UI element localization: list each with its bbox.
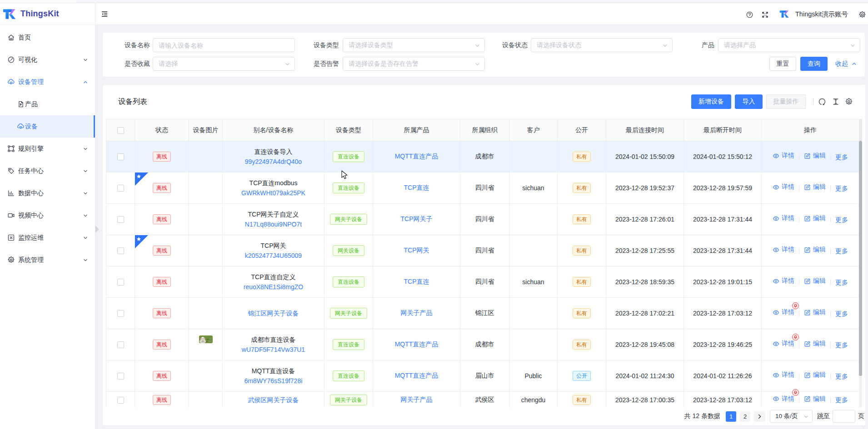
product-link[interactable]: MQTT直连产品 bbox=[395, 340, 439, 348]
row-checkbox[interactable] bbox=[117, 153, 124, 160]
row-checkbox[interactable] bbox=[117, 397, 124, 404]
device-name-link[interactable]: k2052477J4U65009 bbox=[223, 251, 324, 261]
row-checkbox[interactable] bbox=[117, 247, 124, 254]
edit-link[interactable]: 编辑 bbox=[804, 308, 826, 316]
column-setting-icon[interactable] bbox=[845, 98, 853, 106]
thingskit-logo-icon bbox=[3, 9, 18, 20]
favorite-select[interactable]: 请选择 bbox=[153, 57, 295, 71]
device-name-link[interactable]: reuoX8NE1Si8mgZO bbox=[223, 282, 324, 292]
settings-gear-icon[interactable] bbox=[858, 11, 866, 19]
edit-link[interactable]: 编辑 bbox=[804, 395, 826, 403]
detail-link[interactable]: 详情 bbox=[773, 246, 794, 254]
detail-link[interactable]: 详情 bbox=[773, 395, 794, 403]
device-type-select[interactable]: 请选择设备类型 bbox=[343, 38, 485, 52]
account-avatar[interactable] bbox=[779, 10, 790, 19]
detail-link[interactable]: 详情 bbox=[773, 371, 794, 379]
product-link[interactable]: MQTT直连产品 bbox=[395, 153, 439, 160]
collapse-filters-link[interactable]: 收起 bbox=[835, 57, 857, 71]
cell-visibility: 私有 bbox=[558, 173, 606, 204]
reset-button[interactable]: 重置 bbox=[769, 57, 796, 71]
sidebar-item-device[interactable]: 设备 bbox=[0, 115, 95, 138]
device-name-link[interactable]: 锦江区网关子设备 bbox=[223, 308, 324, 318]
more-link[interactable]: 更多 bbox=[835, 279, 848, 287]
edit-link[interactable]: 编辑 bbox=[804, 371, 826, 379]
sidebar-item-monitor-ops[interactable]: 监控运维 bbox=[0, 227, 95, 249]
more-link[interactable]: 更多 bbox=[835, 373, 848, 381]
import-button[interactable]: 导入 bbox=[735, 94, 763, 109]
account-name[interactable]: Thingskit演示账号 bbox=[795, 3, 848, 25]
product-link[interactable]: MQTT直连产品 bbox=[395, 372, 439, 379]
device-name-link[interactable]: N17Lq88oui9NPO7t bbox=[223, 219, 324, 229]
more-link[interactable]: 更多 bbox=[835, 341, 848, 350]
row-checkbox[interactable] bbox=[117, 373, 124, 380]
help-icon[interactable] bbox=[746, 11, 753, 19]
sidebar-item-video-center[interactable]: 视频中心 bbox=[0, 204, 95, 227]
product-link[interactable]: TCP直连 bbox=[404, 278, 429, 285]
scrollbar-thumb[interactable] bbox=[859, 141, 862, 376]
more-link[interactable]: 更多 bbox=[835, 396, 848, 404]
device-name-link[interactable]: 6m8WY76sS19f728i bbox=[223, 376, 324, 386]
sidebar-item-product[interactable]: 产品 bbox=[0, 93, 95, 115]
select-all-checkbox[interactable] bbox=[117, 127, 124, 134]
device-status-select[interactable]: 请选择设备状态 bbox=[531, 38, 673, 52]
query-button[interactable]: 查询 bbox=[800, 57, 828, 71]
device-management-page: { "colors": { "primary": "#377DFF", "pag… bbox=[0, 0, 868, 429]
product-link[interactable]: 网关子产品 bbox=[401, 396, 433, 403]
detail-link[interactable]: 详情 bbox=[773, 183, 794, 191]
edit-link[interactable]: 编辑 bbox=[804, 277, 826, 285]
row-checkbox[interactable] bbox=[117, 279, 124, 286]
device-photo[interactable] bbox=[199, 335, 213, 343]
detail-link[interactable]: 详情 bbox=[773, 308, 794, 316]
sidebar-item-home[interactable]: 首页 bbox=[0, 26, 95, 49]
row-checkbox[interactable] bbox=[117, 185, 124, 192]
more-link[interactable]: 更多 bbox=[835, 247, 848, 256]
batch-operation-button[interactable]: 批量操作 bbox=[766, 94, 806, 109]
sidebar-item-system-management[interactable]: 系统管理 bbox=[0, 249, 95, 271]
menu-fold-button[interactable] bbox=[96, 7, 113, 21]
device-name-link[interactable]: 99y22497A4drQ40o bbox=[223, 157, 324, 167]
edit-link[interactable]: 编辑 bbox=[804, 340, 826, 348]
page-button-2[interactable]: 2 bbox=[740, 411, 750, 422]
font-size-icon[interactable] bbox=[832, 98, 840, 106]
edit-link[interactable]: 编辑 bbox=[804, 152, 826, 160]
detail-link[interactable]: 详情 bbox=[773, 340, 794, 348]
detail-link[interactable]: 详情 bbox=[773, 214, 794, 222]
device-name-link[interactable]: wU7DF5F714Vw37U1 bbox=[223, 345, 324, 355]
detail-link[interactable]: 详情 bbox=[773, 152, 794, 160]
add-device-button[interactable]: 新增设备 bbox=[691, 94, 731, 109]
more-link[interactable]: 更多 bbox=[835, 153, 848, 162]
row-checkbox[interactable] bbox=[117, 341, 124, 348]
device-name-input[interactable] bbox=[153, 39, 294, 52]
edit-link[interactable]: 编辑 bbox=[804, 183, 826, 191]
refresh-icon[interactable] bbox=[818, 98, 826, 106]
sidebar-item-visualization[interactable]: 可视化 bbox=[0, 49, 95, 71]
page-button-1[interactable]: 1 bbox=[726, 411, 736, 422]
more-link[interactable]: 更多 bbox=[835, 310, 848, 318]
edit-link[interactable]: 编辑 bbox=[804, 246, 826, 254]
product-link[interactable]: 网关子产品 bbox=[401, 309, 433, 316]
product-link[interactable]: TCP直连 bbox=[404, 184, 429, 191]
sidebar-resize-handle-icon[interactable] bbox=[95, 226, 99, 233]
sidebar-item-task-center[interactable]: 任务中心 bbox=[0, 160, 95, 182]
product-link[interactable]: TCP网关子 bbox=[401, 215, 433, 222]
more-link[interactable]: 更多 bbox=[835, 216, 848, 224]
jump-page-input[interactable] bbox=[833, 410, 855, 423]
detail-link[interactable]: 详情 bbox=[773, 277, 794, 285]
alarm-select[interactable]: 请选择设备是否存在告警 bbox=[343, 57, 485, 71]
fullscreen-icon[interactable] bbox=[761, 11, 769, 19]
page-size-select[interactable]: 10 条/页 bbox=[770, 410, 813, 423]
sidebar-item-device-management[interactable]: 设备管理 bbox=[0, 71, 95, 93]
device-name-link[interactable]: 武侯区网关子设备 bbox=[223, 395, 324, 405]
product-select[interactable]: 请选择产品 bbox=[718, 38, 860, 52]
brand-logo[interactable]: ThingsKit bbox=[0, 3, 95, 25]
more-link[interactable]: 更多 bbox=[835, 185, 848, 193]
row-checkbox[interactable] bbox=[117, 310, 124, 317]
edit-link[interactable]: 编辑 bbox=[804, 214, 826, 222]
action-divider bbox=[799, 279, 799, 286]
sidebar-item-rule-engine[interactable]: 规则引擎 bbox=[0, 138, 95, 160]
device-name-link[interactable]: GWRkWHt079ak25PK bbox=[223, 188, 324, 198]
sidebar-item-data-center[interactable]: 数据中心 bbox=[0, 182, 95, 204]
product-link[interactable]: TCP网关 bbox=[404, 247, 429, 254]
next-page-button[interactable] bbox=[754, 411, 765, 422]
row-checkbox[interactable] bbox=[117, 216, 124, 223]
